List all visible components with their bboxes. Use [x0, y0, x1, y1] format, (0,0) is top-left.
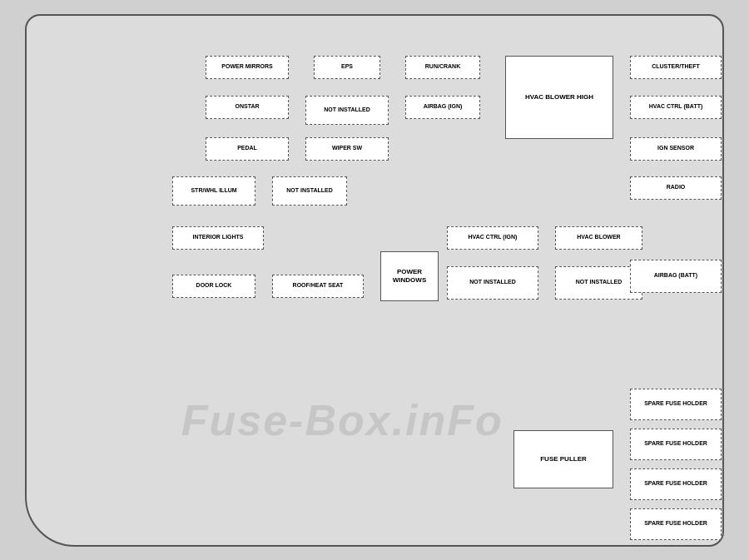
hvac-blower: HVAC BLOWER [555, 226, 642, 250]
pedal: PEDAL [206, 137, 289, 161]
radio: RADIO [630, 176, 722, 200]
roof-heat-seat: ROOF/HEAT SEAT [272, 275, 364, 298]
fuse-container: POWER MIRRORSEPSRUN/CRANKCLUSTER/THEFTON… [52, 31, 714, 537]
door-lock: DOOR LOCK [172, 275, 255, 298]
run-crank: RUN/CRANK [405, 56, 480, 79]
eps: EPS [314, 56, 380, 79]
ign-sensor: IGN SENSOR [630, 137, 722, 161]
airbag-ign: AIRBAG (IGN) [405, 96, 480, 119]
onstar: ONSTAR [206, 96, 289, 119]
airbag-batt: AIRBAG (BATT) [630, 260, 722, 293]
hvac-ctrl-batt: HVAC CTRL (BATT) [630, 96, 722, 119]
spare-fuse-3: SPARE FUSE HOLDER [630, 468, 722, 500]
hvac-ctrl-ign: HVAC CTRL (IGN) [447, 226, 538, 250]
fuse-box-diagram: Fuse-Box.inFo POWER MIRRORSEPSRUN/CRANKC… [25, 14, 724, 547]
power-windows: POWER WINDOWS [380, 251, 439, 301]
fuse-puller: FUSE PULLER [513, 430, 613, 488]
not-installed-2: NOT INSTALLED [272, 176, 347, 206]
spare-fuse-2: SPARE FUSE HOLDER [630, 429, 722, 460]
not-installed-3: NOT INSTALLED [447, 266, 538, 300]
not-installed-1: NOT INSTALLED [305, 96, 389, 125]
wiper-sw: WIPER SW [305, 137, 389, 161]
spare-fuse-4: SPARE FUSE HOLDER [630, 508, 722, 540]
str-whl-illum: STR/WHL ILLUM [172, 176, 255, 206]
hvac-blower-high: HVAC BLOWER HIGH [505, 56, 613, 139]
interior-lights: INTERIOR LIGHTS [172, 226, 264, 250]
power-mirrors: POWER MIRRORS [206, 56, 289, 79]
spare-fuse-1: SPARE FUSE HOLDER [630, 389, 722, 420]
cluster-theft: CLUSTER/THEFT [630, 56, 722, 79]
